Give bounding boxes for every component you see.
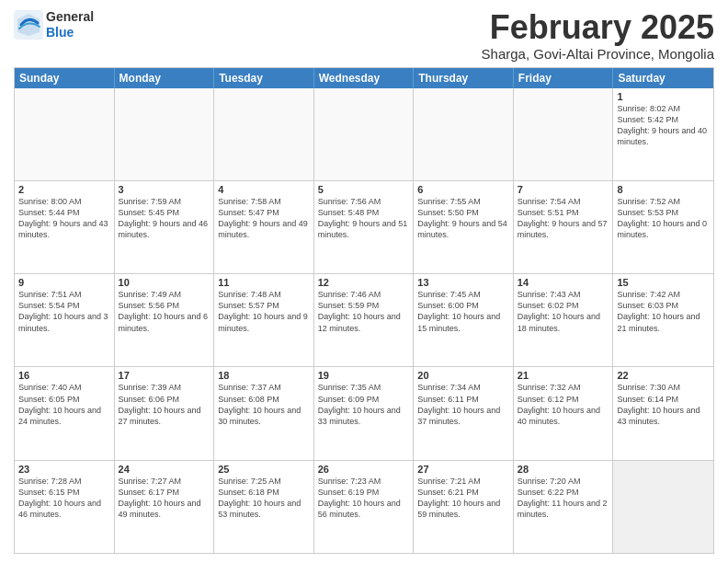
day-info: Sunrise: 7:56 AM Sunset: 5:48 PM Dayligh…: [318, 196, 410, 241]
day-info: Sunrise: 8:00 AM Sunset: 5:44 PM Dayligh…: [18, 196, 110, 241]
calendar-cell: 16Sunrise: 7:40 AM Sunset: 6:05 PM Dayli…: [15, 367, 115, 459]
calendar-row: 2Sunrise: 8:00 AM Sunset: 5:44 PM Daylig…: [15, 180, 713, 273]
day-info: Sunrise: 7:37 AM Sunset: 6:08 PM Dayligh…: [218, 382, 310, 427]
day-number: 8: [617, 184, 710, 195]
calendar-cell: 12Sunrise: 7:46 AM Sunset: 5:59 PM Dayli…: [314, 274, 415, 366]
calendar-cell: 6Sunrise: 7:55 AM Sunset: 5:50 PM Daylig…: [414, 181, 514, 273]
day-info: Sunrise: 7:42 AM Sunset: 6:03 PM Dayligh…: [617, 289, 710, 334]
day-number: 2: [18, 184, 110, 195]
day-info: Sunrise: 7:54 AM Sunset: 5:51 PM Dayligh…: [518, 196, 609, 241]
calendar-cell: 17Sunrise: 7:39 AM Sunset: 6:06 PM Dayli…: [115, 367, 215, 459]
day-info: Sunrise: 7:20 AM Sunset: 6:22 PM Dayligh…: [518, 476, 609, 521]
calendar-cell: [15, 88, 115, 180]
calendar-cell: 18Sunrise: 7:37 AM Sunset: 6:08 PM Dayli…: [214, 367, 314, 459]
weekday-header: Tuesday: [214, 68, 314, 88]
day-info: Sunrise: 7:27 AM Sunset: 6:17 PM Dayligh…: [119, 476, 210, 521]
calendar-cell: 28Sunrise: 7:20 AM Sunset: 6:22 PM Dayli…: [514, 461, 614, 553]
calendar-body: 1Sunrise: 8:02 AM Sunset: 5:42 PM Daylig…: [15, 88, 713, 553]
day-info: Sunrise: 7:59 AM Sunset: 5:45 PM Dayligh…: [119, 196, 210, 241]
calendar-cell: 14Sunrise: 7:43 AM Sunset: 6:02 PM Dayli…: [514, 274, 614, 366]
day-number: 18: [218, 370, 310, 381]
calendar-header: SundayMondayTuesdayWednesdayThursdayFrid…: [15, 68, 713, 88]
day-info: Sunrise: 7:32 AM Sunset: 6:12 PM Dayligh…: [518, 382, 609, 427]
calendar-cell: 19Sunrise: 7:35 AM Sunset: 6:09 PM Dayli…: [314, 367, 415, 459]
header: General Blue February 2025 Sharga, Govi-…: [14, 9, 714, 62]
day-number: 16: [18, 370, 110, 381]
calendar-cell: [414, 88, 514, 180]
calendar-cell: 1Sunrise: 8:02 AM Sunset: 5:42 PM Daylig…: [613, 88, 713, 180]
day-number: 20: [417, 370, 509, 381]
calendar-cell: 15Sunrise: 7:42 AM Sunset: 6:03 PM Dayli…: [613, 274, 713, 366]
day-info: Sunrise: 7:48 AM Sunset: 5:57 PM Dayligh…: [218, 289, 310, 334]
day-number: 6: [417, 184, 509, 195]
weekday-header: Saturday: [613, 68, 713, 88]
day-info: Sunrise: 7:52 AM Sunset: 5:53 PM Dayligh…: [617, 196, 710, 241]
day-info: Sunrise: 7:34 AM Sunset: 6:11 PM Dayligh…: [417, 382, 509, 427]
day-info: Sunrise: 7:45 AM Sunset: 6:00 PM Dayligh…: [417, 289, 509, 334]
calendar-cell: [214, 88, 314, 180]
calendar-cell: 11Sunrise: 7:48 AM Sunset: 5:57 PM Dayli…: [214, 274, 314, 366]
calendar-cell: [514, 88, 614, 180]
calendar: SundayMondayTuesdayWednesdayThursdayFrid…: [14, 67, 714, 554]
calendar-cell: 24Sunrise: 7:27 AM Sunset: 6:17 PM Dayli…: [115, 461, 215, 553]
calendar-cell: 3Sunrise: 7:59 AM Sunset: 5:45 PM Daylig…: [115, 181, 215, 273]
calendar-cell: 13Sunrise: 7:45 AM Sunset: 6:00 PM Dayli…: [414, 274, 514, 366]
day-info: Sunrise: 7:51 AM Sunset: 5:54 PM Dayligh…: [18, 289, 110, 334]
calendar-row: 16Sunrise: 7:40 AM Sunset: 6:05 PM Dayli…: [15, 366, 713, 459]
day-info: Sunrise: 7:25 AM Sunset: 6:18 PM Dayligh…: [218, 476, 310, 521]
calendar-cell: 21Sunrise: 7:32 AM Sunset: 6:12 PM Dayli…: [514, 367, 614, 459]
day-number: 1: [617, 91, 710, 102]
day-info: Sunrise: 7:49 AM Sunset: 5:56 PM Dayligh…: [119, 289, 210, 334]
day-info: Sunrise: 8:02 AM Sunset: 5:42 PM Dayligh…: [617, 103, 710, 148]
day-number: 4: [218, 184, 310, 195]
weekday-header: Thursday: [414, 68, 514, 88]
day-info: Sunrise: 7:28 AM Sunset: 6:15 PM Dayligh…: [18, 476, 110, 521]
day-info: Sunrise: 7:30 AM Sunset: 6:14 PM Dayligh…: [617, 382, 710, 427]
day-number: 12: [318, 277, 410, 288]
day-number: 25: [218, 464, 310, 475]
day-number: 7: [518, 184, 609, 195]
calendar-cell: 20Sunrise: 7:34 AM Sunset: 6:11 PM Dayli…: [414, 367, 514, 459]
day-info: Sunrise: 7:40 AM Sunset: 6:05 PM Dayligh…: [18, 382, 110, 427]
day-info: Sunrise: 7:55 AM Sunset: 5:50 PM Dayligh…: [417, 196, 509, 241]
title-area: February 2025 Sharga, Govi-Altai Provinc…: [482, 9, 714, 62]
day-number: 10: [119, 277, 210, 288]
day-number: 13: [417, 277, 509, 288]
day-number: 9: [18, 277, 110, 288]
calendar-cell: 27Sunrise: 7:21 AM Sunset: 6:21 PM Dayli…: [414, 461, 514, 553]
calendar-cell: [314, 88, 415, 180]
day-number: 3: [119, 184, 210, 195]
calendar-cell: [613, 461, 713, 553]
calendar-cell: 26Sunrise: 7:23 AM Sunset: 6:19 PM Dayli…: [314, 461, 415, 553]
day-number: 26: [318, 464, 410, 475]
calendar-cell: 22Sunrise: 7:30 AM Sunset: 6:14 PM Dayli…: [613, 367, 713, 459]
weekday-header: Friday: [514, 68, 614, 88]
calendar-cell: 23Sunrise: 7:28 AM Sunset: 6:15 PM Dayli…: [15, 461, 115, 553]
day-number: 24: [119, 464, 210, 475]
calendar-cell: 10Sunrise: 7:49 AM Sunset: 5:56 PM Dayli…: [115, 274, 215, 366]
day-info: Sunrise: 7:21 AM Sunset: 6:21 PM Dayligh…: [417, 476, 509, 521]
day-number: 28: [518, 464, 609, 475]
day-number: 22: [617, 370, 710, 381]
day-info: Sunrise: 7:39 AM Sunset: 6:06 PM Dayligh…: [119, 382, 210, 427]
calendar-cell: 9Sunrise: 7:51 AM Sunset: 5:54 PM Daylig…: [15, 274, 115, 366]
day-number: 5: [318, 184, 410, 195]
calendar-row: 9Sunrise: 7:51 AM Sunset: 5:54 PM Daylig…: [15, 273, 713, 366]
logo-text: General Blue: [46, 9, 94, 40]
day-number: 23: [18, 464, 110, 475]
day-info: Sunrise: 7:58 AM Sunset: 5:47 PM Dayligh…: [218, 196, 310, 241]
calendar-cell: 4Sunrise: 7:58 AM Sunset: 5:47 PM Daylig…: [214, 181, 314, 273]
day-info: Sunrise: 7:46 AM Sunset: 5:59 PM Dayligh…: [318, 289, 410, 334]
day-number: 27: [417, 464, 509, 475]
calendar-cell: 8Sunrise: 7:52 AM Sunset: 5:53 PM Daylig…: [613, 181, 713, 273]
calendar-cell: 7Sunrise: 7:54 AM Sunset: 5:51 PM Daylig…: [514, 181, 614, 273]
page: General Blue February 2025 Sharga, Govi-…: [0, 0, 728, 563]
day-info: Sunrise: 7:43 AM Sunset: 6:02 PM Dayligh…: [518, 289, 609, 334]
day-number: 17: [119, 370, 210, 381]
weekday-header: Wednesday: [314, 68, 415, 88]
weekday-header: Sunday: [15, 68, 115, 88]
calendar-row: 1Sunrise: 8:02 AM Sunset: 5:42 PM Daylig…: [15, 88, 713, 180]
calendar-cell: 5Sunrise: 7:56 AM Sunset: 5:48 PM Daylig…: [314, 181, 415, 273]
weekday-header: Monday: [115, 68, 215, 88]
day-number: 19: [318, 370, 410, 381]
